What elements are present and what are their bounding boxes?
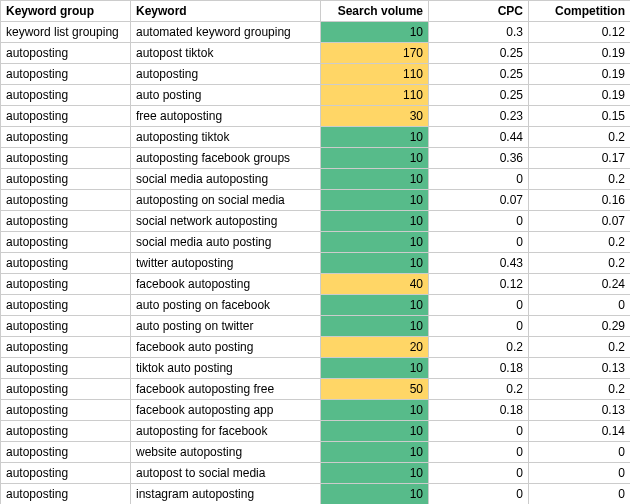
cell-competition[interactable]: 0.19 — [529, 85, 631, 106]
cell-keyword[interactable]: website autoposting — [131, 442, 321, 463]
cell-keyword[interactable]: autoposting tiktok — [131, 127, 321, 148]
cell-group[interactable]: autoposting — [1, 190, 131, 211]
cell-group[interactable]: autoposting — [1, 295, 131, 316]
cell-keyword[interactable]: facebook autoposting free — [131, 379, 321, 400]
cell-group[interactable]: autoposting — [1, 106, 131, 127]
cell-competition[interactable]: 0.12 — [529, 22, 631, 43]
cell-volume[interactable]: 10 — [321, 190, 429, 211]
cell-group[interactable]: autoposting — [1, 274, 131, 295]
cell-competition[interactable]: 0.14 — [529, 421, 631, 442]
cell-competition[interactable]: 0 — [529, 484, 631, 505]
cell-cpc[interactable]: 0.25 — [429, 85, 529, 106]
cell-cpc[interactable]: 0.2 — [429, 379, 529, 400]
cell-volume[interactable]: 40 — [321, 274, 429, 295]
cell-group[interactable]: autoposting — [1, 64, 131, 85]
cell-volume[interactable]: 10 — [321, 484, 429, 505]
cell-group[interactable]: autoposting — [1, 379, 131, 400]
cell-cpc[interactable]: 0.25 — [429, 64, 529, 85]
cell-volume[interactable]: 10 — [321, 232, 429, 253]
cell-keyword[interactable]: social network autoposting — [131, 211, 321, 232]
cell-volume[interactable]: 170 — [321, 43, 429, 64]
cell-group[interactable]: autoposting — [1, 442, 131, 463]
cell-competition[interactable]: 0.13 — [529, 400, 631, 421]
cell-group[interactable]: autoposting — [1, 316, 131, 337]
cell-keyword[interactable]: autopost to social media — [131, 463, 321, 484]
cell-cpc[interactable]: 0 — [429, 295, 529, 316]
cell-keyword[interactable]: auto posting — [131, 85, 321, 106]
cell-competition[interactable]: 0.29 — [529, 316, 631, 337]
cell-group[interactable]: autoposting — [1, 358, 131, 379]
cell-keyword[interactable]: social media autoposting — [131, 169, 321, 190]
cell-keyword[interactable]: facebook autoposting — [131, 274, 321, 295]
cell-cpc[interactable]: 0.43 — [429, 253, 529, 274]
cell-competition[interactable]: 0 — [529, 295, 631, 316]
cell-keyword[interactable]: auto posting on facebook — [131, 295, 321, 316]
cell-competition[interactable]: 0.24 — [529, 274, 631, 295]
cell-cpc[interactable]: 0.12 — [429, 274, 529, 295]
cell-cpc[interactable]: 0.25 — [429, 43, 529, 64]
cell-competition[interactable]: 0.2 — [529, 127, 631, 148]
cell-group[interactable]: autoposting — [1, 232, 131, 253]
cell-group[interactable]: autoposting — [1, 85, 131, 106]
cell-volume[interactable]: 10 — [321, 211, 429, 232]
cell-volume[interactable]: 50 — [321, 379, 429, 400]
cell-keyword[interactable]: tiktok auto posting — [131, 358, 321, 379]
cell-cpc[interactable]: 0 — [429, 211, 529, 232]
cell-group[interactable]: autoposting — [1, 400, 131, 421]
cell-cpc[interactable]: 0 — [429, 442, 529, 463]
cell-cpc[interactable]: 0.44 — [429, 127, 529, 148]
cell-group[interactable]: autoposting — [1, 484, 131, 505]
cell-keyword[interactable]: autoposting facebook groups — [131, 148, 321, 169]
cell-volume[interactable]: 10 — [321, 295, 429, 316]
cell-competition[interactable]: 0.17 — [529, 148, 631, 169]
cell-volume[interactable]: 10 — [321, 127, 429, 148]
cell-keyword[interactable]: facebook auto posting — [131, 337, 321, 358]
cell-group[interactable]: autoposting — [1, 127, 131, 148]
cell-group[interactable]: autoposting — [1, 148, 131, 169]
cell-competition[interactable]: 0.19 — [529, 64, 631, 85]
cell-group[interactable]: autoposting — [1, 463, 131, 484]
cell-keyword[interactable]: twitter autoposting — [131, 253, 321, 274]
cell-volume[interactable]: 110 — [321, 64, 429, 85]
cell-group[interactable]: autoposting — [1, 211, 131, 232]
cell-competition[interactable]: 0.13 — [529, 358, 631, 379]
cell-volume[interactable]: 10 — [321, 400, 429, 421]
cell-keyword[interactable]: automated keyword grouping — [131, 22, 321, 43]
cell-group[interactable]: autoposting — [1, 43, 131, 64]
cell-keyword[interactable]: auto posting on twitter — [131, 316, 321, 337]
cell-group[interactable]: autoposting — [1, 253, 131, 274]
cell-group[interactable]: autoposting — [1, 337, 131, 358]
cell-competition[interactable]: 0.15 — [529, 106, 631, 127]
cell-volume[interactable]: 10 — [321, 463, 429, 484]
cell-competition[interactable]: 0.2 — [529, 169, 631, 190]
cell-keyword[interactable]: autoposting — [131, 64, 321, 85]
cell-keyword[interactable]: autopost tiktok — [131, 43, 321, 64]
cell-keyword[interactable]: instagram autoposting — [131, 484, 321, 505]
cell-competition[interactable]: 0 — [529, 442, 631, 463]
cell-keyword[interactable]: social media auto posting — [131, 232, 321, 253]
cell-cpc[interactable]: 0.2 — [429, 337, 529, 358]
cell-cpc[interactable]: 0 — [429, 484, 529, 505]
cell-keyword[interactable]: free autoposting — [131, 106, 321, 127]
cell-volume[interactable]: 10 — [321, 22, 429, 43]
cell-volume[interactable]: 10 — [321, 169, 429, 190]
cell-cpc[interactable]: 0 — [429, 463, 529, 484]
cell-cpc[interactable]: 0.23 — [429, 106, 529, 127]
cell-cpc[interactable]: 0.07 — [429, 190, 529, 211]
cell-cpc[interactable]: 0.3 — [429, 22, 529, 43]
cell-volume[interactable]: 10 — [321, 442, 429, 463]
cell-volume[interactable]: 10 — [321, 358, 429, 379]
cell-competition[interactable]: 0.2 — [529, 253, 631, 274]
cell-cpc[interactable]: 0 — [429, 232, 529, 253]
cell-volume[interactable]: 10 — [321, 316, 429, 337]
cell-volume[interactable]: 20 — [321, 337, 429, 358]
cell-keyword[interactable]: autoposting on social media — [131, 190, 321, 211]
cell-volume[interactable]: 10 — [321, 148, 429, 169]
cell-group[interactable]: autoposting — [1, 169, 131, 190]
cell-group[interactable]: autoposting — [1, 421, 131, 442]
cell-keyword[interactable]: facebook autoposting app — [131, 400, 321, 421]
cell-volume[interactable]: 110 — [321, 85, 429, 106]
cell-cpc[interactable]: 0.18 — [429, 358, 529, 379]
cell-keyword[interactable]: autoposting for facebook — [131, 421, 321, 442]
cell-competition[interactable]: 0 — [529, 463, 631, 484]
